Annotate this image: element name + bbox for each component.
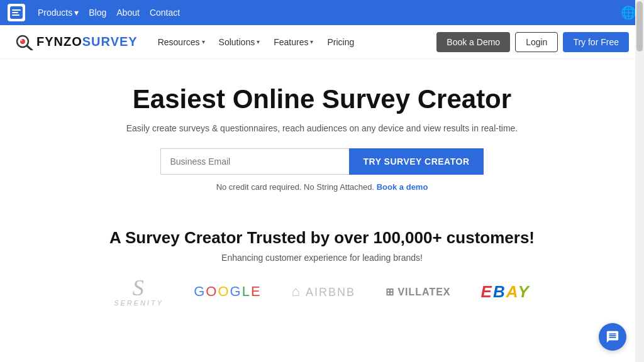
hero-headline: Easiest Online Survey Creator: [13, 84, 631, 114]
login-button[interactable]: Login: [515, 32, 558, 52]
nav-solutions[interactable]: Solutions ▾: [214, 33, 265, 51]
top-bar: Products ▾ Blog About Contact 🌐: [0, 0, 644, 25]
app-logo-icon: [8, 4, 25, 21]
top-nav-about[interactable]: About: [116, 8, 140, 18]
try-creator-button[interactable]: TRY SURVEY CREATOR: [349, 148, 483, 175]
scrollbar-thumb: [636, 1, 643, 52]
brand-text: FYNZOSURVEY: [36, 35, 138, 49]
brand-logos: S SERENITY Google ⌂ airbnb ⊞ Villatex eb…: [13, 277, 631, 307]
villatex-logo: ⊞ Villatex: [386, 286, 451, 298]
main-nav: FYNZOSURVEY Resources ▾ Solutions ▾ Feat…: [0, 25, 644, 59]
brand-icon: [15, 34, 34, 50]
email-form: TRY SURVEY CREATOR: [13, 148, 631, 175]
language-icon[interactable]: 🌐: [621, 5, 636, 20]
chat-bubble[interactable]: [599, 323, 626, 351]
trusted-sub: Enhancing customer experience for leadin…: [13, 253, 631, 263]
trusted-headline: A Survey Creator Trusted by over 100,000…: [13, 228, 631, 248]
brand-logo: FYNZOSURVEY: [15, 34, 138, 50]
nav-actions: Book a Demo Login Try for Free: [436, 32, 629, 52]
trusted-section: A Survey Creator Trusted by over 100,000…: [0, 211, 644, 315]
email-input[interactable]: [160, 148, 349, 175]
try-free-button[interactable]: Try for Free: [563, 32, 629, 52]
top-nav-blog[interactable]: Blog: [89, 8, 106, 18]
book-demo-button[interactable]: Book a Demo: [436, 32, 510, 52]
airbnb-logo: ⌂ airbnb: [292, 283, 355, 300]
top-nav-products[interactable]: Products ▾: [38, 8, 79, 18]
book-demo-link[interactable]: Book a demo: [377, 182, 428, 192]
nav-features[interactable]: Features ▾: [269, 33, 318, 51]
nav-pricing[interactable]: Pricing: [322, 33, 359, 51]
serenity-logo: S SERENITY: [114, 277, 164, 307]
scrollbar[interactable]: [635, 0, 644, 362]
no-cc-text: No credit card required. No String Attac…: [13, 182, 631, 192]
ebay-logo: ebay: [481, 282, 530, 302]
svg-point-4: [21, 39, 23, 41]
nav-resources[interactable]: Resources ▾: [153, 33, 210, 51]
top-nav: Products ▾ Blog About Contact: [38, 8, 180, 18]
google-logo: Google: [194, 283, 261, 300]
top-nav-contact[interactable]: Contact: [150, 8, 180, 18]
hero-section: Easiest Online Survey Creator Easily cre…: [0, 59, 644, 211]
hero-subheadline: Easily create surveys & questionnaires, …: [13, 123, 631, 133]
main-nav-links: Resources ▾ Solutions ▾ Features ▾ Prici…: [153, 33, 437, 51]
svg-line-2: [27, 46, 32, 50]
